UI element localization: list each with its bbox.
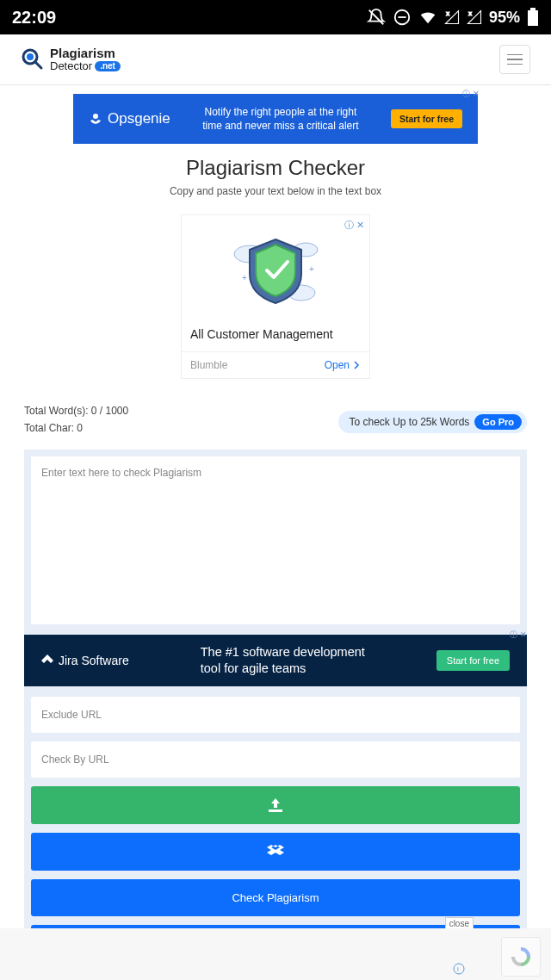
ad-banner-opsgenie[interactable]: ⓘ ✕ Opsgenie Notify the right people at … xyxy=(73,94,478,144)
svg-text:x: x xyxy=(446,10,449,16)
recaptcha-icon xyxy=(509,945,533,969)
svg-text:+: + xyxy=(242,273,247,282)
recaptcha-badge xyxy=(501,937,541,977)
gopro-text: To check Up to 25k Words xyxy=(349,416,469,428)
counters: Total Word(s): 0 / 1000 Total Char: 0 xyxy=(24,405,128,439)
hamburger-menu-button[interactable] xyxy=(499,45,530,74)
ad-text: The #1 software developmenttool for agil… xyxy=(201,644,365,677)
ad-cta-button[interactable]: Start for free xyxy=(391,109,462,128)
page-title: Plagiarism Checker xyxy=(24,156,527,180)
svg-text:x: x xyxy=(468,10,472,16)
signal-icon-2: x xyxy=(467,9,482,25)
svg-rect-4 xyxy=(528,10,538,26)
textarea-block xyxy=(24,450,527,635)
battery-percent: 95% xyxy=(489,9,520,27)
status-bar: 22:09 x x 95% xyxy=(0,0,551,34)
status-time: 22:09 xyxy=(12,8,56,28)
dnd-icon xyxy=(393,8,412,27)
svg-point-9 xyxy=(93,114,98,119)
ad-brand-label: Blumble xyxy=(190,359,227,371)
magnifier-icon xyxy=(21,47,45,71)
ad-cta-button[interactable]: Start for free xyxy=(436,650,510,671)
word-count: Total Word(s): 0 / 1000 xyxy=(24,405,128,417)
ad-info-close-icon[interactable]: ⓘ ✕ xyxy=(344,219,364,232)
upload-button[interactable] xyxy=(31,786,520,824)
notifications-off-icon xyxy=(367,8,386,27)
page-subtitle: Copy and paste your text below in the te… xyxy=(24,185,527,197)
ad-text: Notify the right people at the righttime… xyxy=(202,105,358,133)
svg-text:+: + xyxy=(309,264,314,274)
plagiarism-input[interactable] xyxy=(31,456,520,624)
check-by-url-input[interactable] xyxy=(31,741,520,778)
ad-brand: Opsgenie xyxy=(89,110,170,127)
jira-icon xyxy=(41,654,53,667)
info-icon[interactable]: i xyxy=(453,963,465,975)
dropbox-button[interactable] xyxy=(31,833,520,871)
ad-brand: Jira Software xyxy=(41,654,129,667)
ad-body-text: All Customer Management xyxy=(182,319,369,351)
signal-icon-1: x xyxy=(444,9,460,25)
app-header: Plagiarism Detector.net xyxy=(0,34,551,85)
ad-image: + + xyxy=(182,215,369,319)
ad-info-close-icon[interactable]: ⓘ ✕ xyxy=(462,89,480,100)
logo-text: Plagiarism Detector.net xyxy=(50,47,121,71)
ad-banner-jira[interactable]: ⓘ ✕ Jira Software The #1 software develo… xyxy=(24,635,527,686)
opsgenie-icon xyxy=(89,112,102,126)
check-plagiarism-button[interactable]: Check Plagiarism xyxy=(31,879,520,916)
ad-card-blumble[interactable]: ⓘ ✕ + + All Customer Management Blumble … xyxy=(181,214,370,379)
exclude-url-input[interactable] xyxy=(31,697,520,733)
battery-icon xyxy=(527,8,539,27)
chevron-right-icon xyxy=(352,361,361,369)
svg-point-7 xyxy=(27,53,34,60)
svg-line-8 xyxy=(35,62,41,68)
status-icons: x x 95% xyxy=(367,8,539,27)
char-count: Total Char: 0 xyxy=(24,422,128,434)
net-badge: .net xyxy=(95,61,121,72)
logo[interactable]: Plagiarism Detector.net xyxy=(21,47,121,71)
ad-open-button[interactable]: Open xyxy=(325,359,361,371)
svg-rect-5 xyxy=(530,8,536,10)
bottom-bar: i xyxy=(0,928,551,980)
svg-point-18 xyxy=(454,964,464,974)
upload-icon xyxy=(268,798,283,812)
svg-rect-15 xyxy=(269,809,282,812)
ad-info-close-icon[interactable]: ⓘ ✕ xyxy=(510,630,527,641)
gopro-pill[interactable]: To check Up to 25k Words Go Pro xyxy=(338,411,527,433)
svg-text:i: i xyxy=(457,965,459,973)
gopro-button[interactable]: Go Pro xyxy=(474,414,522,430)
dropbox-icon xyxy=(267,845,284,859)
wifi-icon xyxy=(418,8,437,27)
